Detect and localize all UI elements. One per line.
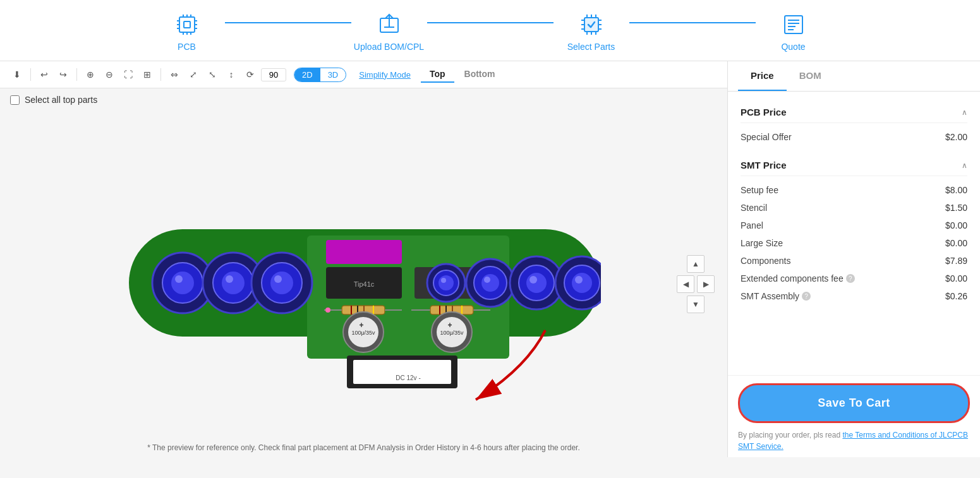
svg-rect-51 [326, 240, 402, 264]
nav-step-pcb[interactable]: PCB [149, 11, 225, 52]
pcb-price-title: PCB Price [741, 107, 787, 117]
svg-point-94 [484, 277, 490, 283]
right-panel: Price BOM PCB Price ∧ Special Offer $2.0… [727, 61, 980, 457]
pcb-price-chevron[interactable]: ∧ [962, 108, 967, 117]
select-all-label: Select all top parts [25, 95, 97, 105]
svg-text:+: + [359, 321, 363, 330]
smt-price-header: SMT Price ∧ [741, 155, 967, 176]
divider-1 [30, 68, 31, 81]
svg-rect-30 [785, 16, 802, 33]
extended-value: $0.00 [945, 273, 967, 284]
nav-connector-2 [427, 22, 554, 23]
zoom-in-icon[interactable]: ⊕ [82, 66, 99, 83]
toolbar: ⬇ ↩ ↪ ⊕ ⊖ ⛶ ⊞ ⇔ ⤢ ⤡ ↕ ⟳ 90 2D 3D Simplif… [0, 61, 727, 88]
quote-label: Quote [781, 42, 805, 52]
svg-point-102 [575, 276, 583, 284]
svg-point-89 [439, 275, 454, 290]
price-row-panel: Panel $0.00 [741, 217, 967, 234]
stencil-label: Stencil [741, 203, 767, 213]
price-row-stencil: Stencil $1.50 [741, 199, 967, 217]
3d-button[interactable]: 3D [320, 68, 346, 81]
terms-prefix: By placing your order, pls read [738, 431, 842, 439]
nav-right-arrow[interactable]: ▶ [697, 275, 715, 293]
svg-point-46 [226, 275, 233, 283]
save-cart-container: Save To Cart By placing your order, pls … [728, 375, 980, 457]
smt-price-section: SMT Price ∧ Setup fee $8.00 Stencil $1.5… [741, 155, 967, 305]
tool2-icon[interactable]: ⤢ [185, 66, 202, 83]
nav-arrows: ▲ ◀ ▶ ▼ [677, 255, 715, 313]
large-size-value: $0.00 [945, 238, 967, 248]
tool1-icon[interactable]: ⇔ [166, 66, 183, 83]
quote-icon [780, 11, 807, 38]
nav-connector-3 [629, 22, 756, 23]
setup-fee-value: $8.00 [945, 185, 967, 195]
download-icon[interactable]: ⬇ [9, 66, 25, 83]
price-row-large-size: Large Size $0.00 [741, 234, 967, 252]
svg-point-97 [526, 273, 547, 293]
nav-step-quote[interactable]: Quote [756, 11, 832, 52]
nav-step-select-parts[interactable]: Select Parts [554, 11, 629, 52]
nav-up-arrow[interactable]: ▲ [687, 255, 705, 273]
terms-text: By placing your order, pls read the Term… [738, 429, 970, 452]
zoom-out-icon[interactable]: ⊖ [101, 66, 118, 83]
svg-point-93 [481, 274, 499, 292]
upload-icon [376, 11, 402, 38]
stencil-value: $1.50 [945, 203, 967, 213]
smt-price-chevron[interactable]: ∧ [962, 161, 967, 170]
tool5-icon[interactable]: ⟳ [242, 66, 258, 83]
svg-text:100μ/35v: 100μ/35v [351, 330, 375, 336]
select-parts-label: Select Parts [567, 42, 615, 52]
extended-label-text: Extended components fee [741, 273, 844, 284]
tab-bom[interactable]: BOM [787, 61, 834, 91]
price-row-smt-assembly: SMT Assembly ? $0.26 [741, 287, 967, 305]
tab-price[interactable]: Price [738, 61, 787, 91]
undo-icon[interactable]: ↩ [36, 66, 52, 83]
nav-steps: PCB Upload BOM/CPL [149, 11, 832, 52]
svg-rect-17 [584, 18, 598, 32]
pcb-price-header: PCB Price ∧ [741, 102, 967, 123]
extended-help-icon[interactable]: ? [846, 274, 855, 283]
fit-icon[interactable]: ⛶ [120, 66, 136, 83]
main-area: ⬇ ↩ ↪ ⊕ ⊖ ⛶ ⊞ ⇔ ⤢ ⤡ ↕ ⟳ 90 2D 3D Simplif… [0, 61, 980, 457]
price-row-components: Components $7.89 [741, 252, 967, 270]
crop-icon[interactable]: ⊞ [139, 66, 155, 83]
svg-point-42 [175, 275, 183, 283]
save-to-cart-button[interactable]: Save To Cart [738, 383, 970, 423]
2d-3d-toggle: 2D 3D [294, 68, 346, 82]
tool3-icon[interactable]: ⤡ [204, 66, 221, 83]
smt-assembly-value: $0.26 [945, 291, 967, 301]
pcb-canvas: ▲ ◀ ▶ ▼ [0, 111, 727, 457]
redo-icon[interactable]: ↪ [55, 66, 71, 83]
nav-lr-arrows: ◀ ▶ [677, 275, 715, 293]
extended-label: Extended components fee ? [741, 273, 855, 284]
select-all-checkbox[interactable] [10, 95, 20, 105]
svg-text:100μ/35v: 100μ/35v [440, 330, 464, 336]
svg-point-101 [572, 273, 592, 293]
pcb-svg: Tip41c BD139 [127, 176, 601, 390]
special-offer-label: Special Offer [741, 132, 792, 142]
top-navigation: PCB Upload BOM/CPL [0, 0, 980, 61]
panel-content: PCB Price ∧ Special Offer $2.00 SMT Pric… [728, 92, 980, 375]
svg-rect-13 [184, 21, 190, 28]
panel-tabs: Price BOM [728, 61, 980, 92]
footer-note: * The preview for reference only. Check … [147, 443, 580, 452]
tab-bottom[interactable]: Bottom [456, 66, 504, 83]
tab-top[interactable]: Top [421, 66, 454, 83]
svg-point-50 [274, 275, 282, 283]
zoom-input[interactable]: 90 [261, 68, 286, 81]
svg-rect-0 [179, 17, 195, 32]
price-row-setup-fee: Setup fee $8.00 [741, 181, 967, 199]
canvas-area: ⬇ ↩ ↪ ⊕ ⊖ ⛶ ⊞ ⇔ ⤢ ⤡ ↕ ⟳ 90 2D 3D Simplif… [0, 61, 727, 457]
select-all-bar: Select all top parts [0, 88, 727, 111]
nav-step-upload[interactable]: Upload BOM/CPL [351, 11, 427, 52]
nav-left-arrow[interactable]: ◀ [677, 275, 694, 293]
smt-assembly-label: SMT Assembly ? [741, 291, 811, 301]
simplify-mode-link[interactable]: Simplify Mode [359, 70, 411, 80]
2d-button[interactable]: 2D [294, 68, 320, 81]
svg-text:DC 12v    -: DC 12v - [396, 374, 420, 381]
nav-down-arrow[interactable]: ▼ [687, 296, 705, 313]
pcb-board-container: Tip41c BD139 [127, 176, 601, 393]
tool4-icon[interactable]: ↕ [223, 66, 239, 83]
smt-assembly-help-icon[interactable]: ? [802, 292, 811, 301]
setup-fee-label: Setup fee [741, 185, 778, 195]
